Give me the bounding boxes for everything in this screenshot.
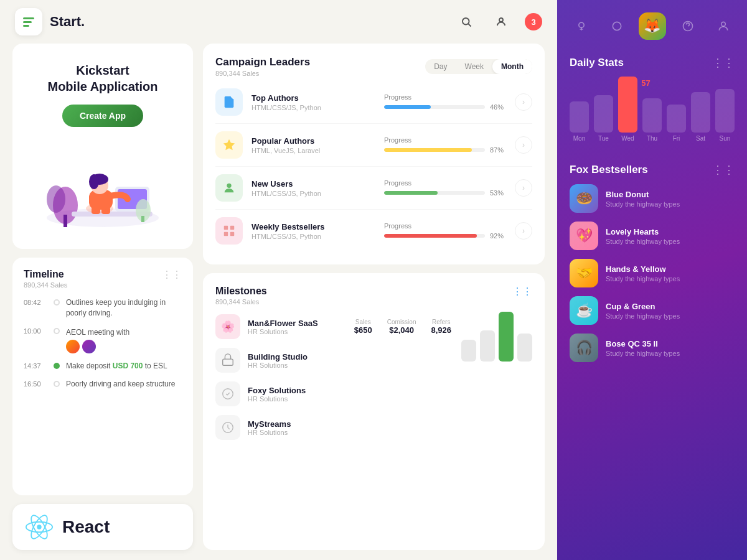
tab-day[interactable]: Day [425, 59, 456, 74]
notification-badge[interactable]: 3 [525, 13, 542, 30]
bestseller-item: ☕ Cup & Green Study the highway types [570, 296, 735, 325]
bestseller-item: 🍩 Blue Donut Study the highway types [570, 184, 735, 213]
panel-nav-icons: 🦊 [557, 0, 747, 46]
svg-point-17 [89, 174, 99, 189]
leader-row: Weekly Bestsellers HTML/CSS/JS, Python P… [215, 210, 532, 252]
milestone-stat-commission: Comission $2,040 [387, 319, 416, 335]
svg-point-2 [499, 18, 503, 22]
app-title: Start. [50, 14, 85, 30]
svg-rect-28 [224, 232, 228, 236]
leader-arrow[interactable]: › [515, 222, 532, 240]
svg-marker-24 [223, 139, 235, 150]
svg-rect-6 [63, 215, 67, 227]
progress-label: Progress [384, 179, 509, 187]
progress-section: Progress 53% [384, 179, 509, 197]
leader-name: Top Authors [251, 93, 384, 103]
chart-bar [517, 334, 532, 362]
milestone-icon: 🌸 [215, 314, 240, 339]
daily-stats-section: Daily Stats ⋮⋮ 57 Mon Tue Wed [557, 46, 747, 157]
leader-icon [215, 131, 243, 159]
milestone-name: Foxy Solutions [248, 386, 451, 395]
leader-row: Top Authors HTML/CSS/JS, Python Progress… [215, 81, 532, 124]
header-left: Start. [15, 8, 85, 35]
milestones-title: Milestones [215, 286, 267, 297]
campaign-title: Campaign Leaders [215, 56, 310, 68]
milestone-stat-sales: Sales $650 [354, 319, 372, 335]
avatar [82, 340, 96, 353]
tab-group: Day Week Month [425, 59, 532, 74]
milestones-card: Milestones 890,344 Sales ⋮⋮ 🌸 Man&Flower… [203, 273, 545, 550]
svg-point-0 [463, 18, 469, 25]
panel-icon-user[interactable] [710, 12, 737, 40]
fox-bestsellers-section: Fox Bestsellers ⋮⋮ 🍩 Blue Donut Study th… [557, 157, 747, 560]
milestones-header: Milestones 890,344 Sales ⋮⋮ [215, 286, 532, 306]
daily-stats-title: Daily Stats [570, 57, 624, 69]
leader-name: Popular Authors [251, 136, 384, 146]
milestone-name: Man&Flower SaaS [248, 319, 347, 328]
bestsellers-menu[interactable]: ⋮⋮ [712, 163, 735, 177]
leader-arrow[interactable]: › [515, 136, 532, 154]
milestone-icon [215, 381, 240, 406]
milestone-sub: HR Solutions [248, 395, 451, 403]
leader-arrow[interactable]: › [515, 93, 532, 111]
leader-tags: HTML/CSS/JS, Python [251, 190, 384, 197]
milestone-sub: HR Solutions [248, 429, 451, 436]
svg-rect-27 [230, 226, 234, 230]
timeline-title: Timeline [24, 269, 67, 280]
timeline-card: Timeline 890,344 Sales ⋮⋮ 08:42 Outlines… [12, 258, 193, 495]
bestseller-item: 🎧 Bose QC 35 II Study the highway types [570, 334, 735, 362]
bestseller-thumb: 🍩 [570, 184, 598, 213]
chart-bar-tue: Tue [594, 95, 613, 142]
timeline-item: 08:42 Outlines keep you indulging in poo… [24, 297, 182, 319]
leader-arrow[interactable]: › [515, 179, 532, 197]
progress-section: Progress 46% [384, 93, 509, 111]
bestseller-sub: Study the highway types [606, 200, 735, 208]
panel-icon-question[interactable] [674, 12, 702, 40]
bestseller-item: 💖 Lovely Hearts Study the highway types [570, 222, 735, 250]
svg-point-25 [227, 184, 231, 188]
milestone-sub: HR Solutions [248, 328, 347, 335]
bestseller-name: Cup & Green [606, 302, 735, 311]
milestones-menu-icon[interactable]: ⋮⋮ [512, 286, 532, 297]
timeline-dot [54, 299, 60, 306]
avatar [66, 340, 80, 353]
progress-section: Progress 92% [384, 222, 509, 240]
milestone-icon [215, 348, 240, 373]
create-app-button[interactable]: Create App [62, 105, 143, 127]
bestseller-name: Blue Donut [606, 190, 735, 199]
progress-label: Progress [384, 93, 509, 101]
panel-icon-bulb[interactable] [568, 12, 595, 40]
left-column: Kickstart Mobile Application Create App [12, 44, 193, 550]
milestone-row: Foxy Solutions HR Solutions [215, 381, 451, 406]
bestseller-name: Hands & Yellow [606, 264, 735, 274]
right-panel: 🦊 Daily Stats ⋮⋮ 57 Mon Tue [557, 0, 747, 560]
panel-icon-active[interactable]: 🦊 [639, 12, 666, 40]
tab-month[interactable]: Month [492, 59, 532, 74]
svg-rect-29 [230, 232, 234, 236]
daily-bar-chart: Mon Tue Wed Thu Fri [570, 80, 735, 142]
milestone-name: MyStreams [248, 419, 451, 429]
kickstart-card: Kickstart Mobile Application Create App [12, 44, 193, 249]
progress-label: Progress [384, 222, 509, 230]
react-icon [25, 513, 54, 541]
bestseller-thumb: 💖 [570, 222, 598, 250]
bestseller-sub: Study the highway types [606, 275, 735, 282]
chart-bar-sun: Sun [715, 89, 735, 142]
logo-icon [23, 17, 34, 27]
search-icon[interactable] [455, 11, 477, 33]
bestseller-sub: Study the highway types [606, 312, 735, 320]
chart-bar-mon: Mon [570, 101, 589, 142]
bestseller-sub: Study the highway types [606, 238, 735, 245]
campaign-card: Campaign Leaders 890,344 Sales Day Week … [203, 44, 545, 264]
svg-rect-26 [224, 226, 228, 230]
chart-peak-value: 57 [641, 78, 650, 88]
tab-week[interactable]: Week [456, 59, 492, 74]
daily-stats-menu[interactable]: ⋮⋮ [712, 56, 735, 70]
milestones-subtitle: 890,344 Sales [215, 298, 267, 306]
panel-icon-fox[interactable] [603, 12, 631, 40]
leader-row: Popular Authors HTML, VueJS, Laravel Pro… [215, 124, 532, 167]
timeline-dot [54, 381, 60, 387]
user-icon[interactable] [490, 11, 512, 33]
svg-point-36 [721, 22, 725, 26]
timeline-menu-icon[interactable]: ⋮⋮ [162, 269, 182, 281]
